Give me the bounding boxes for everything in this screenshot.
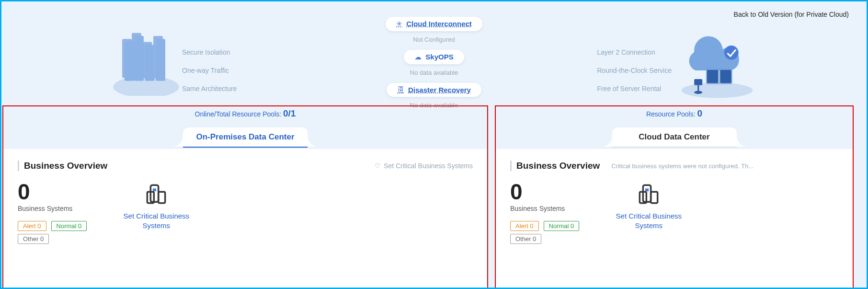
feature-item: Layer 2 Connection bbox=[597, 43, 672, 61]
set-critical-card-label: Set Critical Business Systems bbox=[120, 211, 192, 230]
cloud-pool-row: Resource Pools: 0 bbox=[496, 106, 853, 127]
feature-item: Same Architecture bbox=[182, 80, 237, 98]
feature-item: One-way Traffic bbox=[182, 61, 237, 80]
feature-item: Free of Server Rental bbox=[597, 80, 672, 98]
cloud-overview-note: Critical business systems were not confi… bbox=[611, 162, 754, 170]
center-services-column: ✳Cloud Interconnect Not Configured ☁SkyO… bbox=[377, 17, 491, 116]
cloud-interconnect-pill[interactable]: ✳Cloud Interconnect bbox=[386, 17, 482, 31]
svg-rect-5 bbox=[125, 42, 134, 81]
status-badge-alert[interactable]: Alert 0 bbox=[510, 221, 539, 231]
set-critical-card[interactable]: Set Critical Business Systems bbox=[613, 181, 685, 230]
feature-item: Secure Isolation bbox=[182, 43, 237, 61]
set-critical-card-label: Set Critical Business Systems bbox=[613, 211, 685, 230]
on-prem-system-count: 0 bbox=[18, 181, 87, 203]
disaster-recovery-pill[interactable]: 🗄Disaster Recovery bbox=[387, 83, 481, 97]
status-badge-other[interactable]: Other 0 bbox=[18, 234, 49, 244]
topology-area: Secure Isolation One-way Traffic Same Ar… bbox=[0, 10, 868, 101]
svg-rect-18 bbox=[153, 188, 156, 191]
cloud-system-label: Business Systems bbox=[510, 205, 579, 212]
set-critical-card[interactable]: Set Critical Business Systems bbox=[120, 181, 192, 230]
cloud-dashboard: Resource Pools: 0 Cloud Data Center Busi… bbox=[495, 105, 854, 289]
on-prem-servers-icon bbox=[110, 24, 182, 96]
svg-rect-19 bbox=[159, 192, 165, 203]
set-critical-systems-link[interactable]: ♡Set Critical Business Systems bbox=[375, 162, 473, 170]
svg-rect-12 bbox=[707, 70, 718, 83]
heart-icon: ♡ bbox=[375, 162, 381, 170]
on-prem-dashboard: Online/Total Resource Pools: 0/1 On-Prem… bbox=[2, 105, 488, 289]
cloud-monitor-icon bbox=[676, 24, 758, 101]
cloud-system-count: 0 bbox=[510, 181, 579, 203]
on-prem-system-label: Business Systems bbox=[18, 205, 87, 212]
skyops-pill[interactable]: ☁SkyOPS bbox=[404, 50, 464, 64]
interconnect-icon: ✳ bbox=[396, 20, 402, 28]
on-prem-overview-title: Business Overview bbox=[18, 161, 107, 171]
svg-point-9 bbox=[682, 83, 753, 98]
on-prem-feature-list: Secure Isolation One-way Traffic Same Ar… bbox=[182, 43, 237, 98]
status-badge-alert[interactable]: Alert 0 bbox=[18, 221, 46, 231]
svg-rect-8 bbox=[156, 39, 165, 81]
on-prem-pool-row: Online/Total Resource Pools: 0/1 bbox=[3, 106, 487, 127]
dashboard-icon: ☁ bbox=[414, 53, 422, 61]
skyops-status: No data available bbox=[377, 69, 491, 76]
cloud-interconnect-status: Not Configured bbox=[377, 36, 491, 43]
system-icon bbox=[635, 181, 662, 208]
svg-rect-7 bbox=[145, 45, 155, 81]
feature-item: Round-the-Clock Service bbox=[597, 61, 672, 80]
status-badge-other[interactable]: Other 0 bbox=[510, 234, 541, 244]
status-badge-normal[interactable]: Normal 0 bbox=[544, 221, 580, 231]
dr-icon: 🗄 bbox=[397, 86, 404, 94]
system-icon bbox=[143, 181, 170, 208]
cloud-feature-list: Layer 2 Connection Round-the-Clock Servi… bbox=[597, 43, 672, 98]
cloud-overview-title: Business Overview bbox=[510, 161, 600, 171]
svg-rect-23 bbox=[651, 192, 658, 203]
svg-point-16 bbox=[694, 91, 702, 94]
tab-on-prem-data-center[interactable]: On-Premises Data Center bbox=[183, 127, 308, 148]
svg-rect-22 bbox=[645, 188, 649, 191]
status-badge-normal[interactable]: Normal 0 bbox=[51, 221, 87, 231]
svg-rect-14 bbox=[694, 79, 702, 85]
svg-rect-6 bbox=[134, 36, 144, 81]
svg-point-10 bbox=[724, 46, 739, 60]
tab-cloud-data-center[interactable]: Cloud Data Center bbox=[612, 127, 737, 148]
svg-rect-13 bbox=[720, 70, 731, 83]
